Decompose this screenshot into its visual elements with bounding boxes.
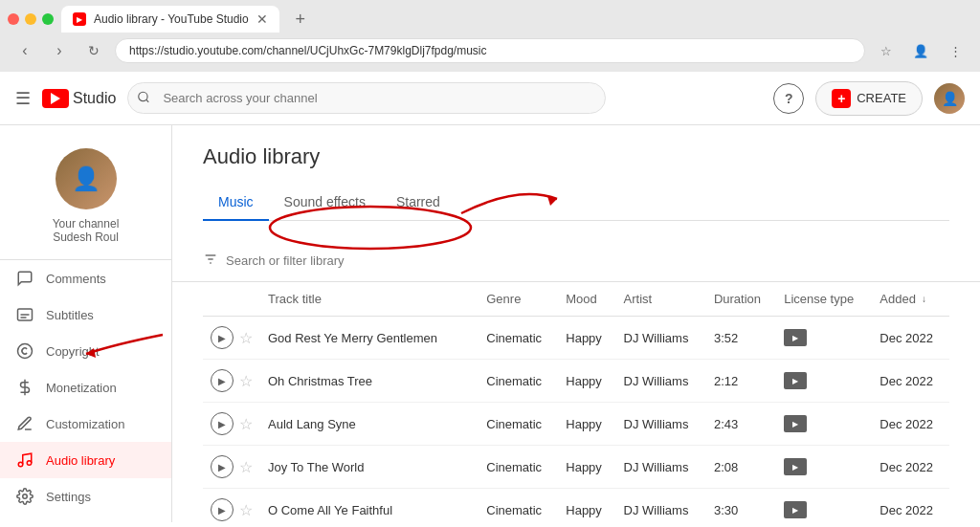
sidebar-item-monetization[interactable]: Monetization xyxy=(0,369,171,406)
tab-music[interactable]: Music xyxy=(203,185,269,221)
content-inner: Audio library Music Sound effects Starre… xyxy=(172,125,980,240)
table-body: ▶ ☆ God Rest Ye Merry Gentlemen Cinemati… xyxy=(203,317,949,523)
license-icon[interactable] xyxy=(784,372,807,389)
bookmark-button[interactable]: ☆ xyxy=(873,37,900,64)
help-button[interactable]: ? xyxy=(773,83,804,114)
svg-point-8 xyxy=(27,461,32,466)
sidebar-item-feedback[interactable]: Send feedback xyxy=(0,515,171,522)
settings-icon xyxy=(15,488,34,505)
table-row: ▶ ☆ O Come All Ye Faithful Cinematic Hap… xyxy=(203,489,949,523)
minimize-dot[interactable] xyxy=(25,13,36,25)
hamburger-button[interactable]: ☰ xyxy=(15,88,31,109)
tab-close-icon[interactable]: ✕ xyxy=(256,11,268,27)
reload-button[interactable]: ↻ xyxy=(80,37,107,64)
forward-button[interactable]: › xyxy=(46,37,73,64)
yt-logo[interactable]: Studio xyxy=(42,89,116,108)
track-title-cell: Auld Lang Syne xyxy=(260,403,479,446)
play-button[interactable]: ▶ xyxy=(211,412,234,435)
genre-cell: Cinematic xyxy=(479,360,558,403)
sidebar-item-customization[interactable]: Customization xyxy=(0,406,171,442)
track-title-cell: God Rest Ye Merry Gentlemen xyxy=(260,317,479,360)
browser-chrome: ▶ Audio library - YouTube Studio ✕ + ‹ ›… xyxy=(0,0,980,72)
th-added[interactable]: Added ↓ xyxy=(872,282,949,317)
license-cell xyxy=(776,360,872,403)
sidebar: 👤 Your channel Sudesh Roul Comments Subt… xyxy=(0,125,172,522)
more-button[interactable]: ⋮ xyxy=(942,37,969,64)
license-icon[interactable] xyxy=(784,501,807,518)
mood-cell: Happy xyxy=(558,360,615,403)
browser-tab[interactable]: ▶ Audio library - YouTube Studio ✕ xyxy=(61,6,279,33)
maximize-dot[interactable] xyxy=(42,13,54,25)
filter-icon xyxy=(203,252,218,270)
th-track-title: Track title xyxy=(260,282,479,317)
tab-sound-effects[interactable]: Sound effects xyxy=(269,185,381,221)
search-icon xyxy=(137,90,150,106)
play-button[interactable]: ▶ xyxy=(211,498,234,521)
channel-label: Your channel xyxy=(53,217,120,231)
channel-name: Sudesh Roul xyxy=(53,231,119,244)
play-button[interactable]: ▶ xyxy=(211,455,234,478)
svg-line-1 xyxy=(146,99,149,102)
svg-point-9 xyxy=(23,494,28,499)
track-title-cell: Oh Christmas Tree xyxy=(260,360,479,403)
account-button[interactable]: 👤 xyxy=(907,37,934,64)
artist-cell: DJ Williams xyxy=(616,317,706,360)
sidebar-item-subtitles[interactable]: Subtitles xyxy=(0,296,171,333)
svg-point-5 xyxy=(18,344,33,359)
settings-label: Settings xyxy=(46,490,91,504)
row-actions: ▶ ☆ xyxy=(203,446,260,489)
back-button[interactable]: ‹ xyxy=(11,37,38,64)
main-layout: 👤 Your channel Sudesh Roul Comments Subt… xyxy=(0,125,980,522)
license-icon[interactable] xyxy=(784,329,807,346)
duration-cell: 3:30 xyxy=(706,489,776,523)
sidebar-item-copyright[interactable]: Copyright xyxy=(0,333,171,369)
header-left: ☰ Studio xyxy=(15,88,116,109)
play-button[interactable]: ▶ xyxy=(211,326,234,349)
th-artist: Artist xyxy=(616,282,706,317)
traffic-lights xyxy=(8,13,54,25)
play-button[interactable]: ▶ xyxy=(211,369,234,392)
star-button[interactable]: ☆ xyxy=(239,458,253,476)
duration-cell: 2:08 xyxy=(706,446,776,489)
genre-cell: Cinematic xyxy=(479,403,558,446)
sidebar-item-comments[interactable]: Comments xyxy=(0,260,171,296)
create-button[interactable]: CREATE xyxy=(815,81,923,116)
search-input[interactable] xyxy=(127,82,606,114)
url-text: https://studio.youtube.com/channel/UCjUh… xyxy=(129,44,487,57)
sidebar-item-settings[interactable]: Settings xyxy=(0,478,171,515)
page-title: Audio library xyxy=(203,144,949,169)
filter-bar xyxy=(172,240,980,282)
duration-cell: 3:52 xyxy=(706,317,776,360)
new-tab-button[interactable]: + xyxy=(287,6,314,33)
avatar[interactable]: 👤 xyxy=(934,83,965,114)
table-row: ▶ ☆ God Rest Ye Merry Gentlemen Cinemati… xyxy=(203,317,949,360)
row-actions: ▶ ☆ xyxy=(203,489,260,523)
star-button[interactable]: ☆ xyxy=(239,415,253,433)
address-bar-row: ‹ › ↻ https://studio.youtube.com/channel… xyxy=(0,33,980,72)
star-button[interactable]: ☆ xyxy=(239,501,253,519)
genre-cell: Cinematic xyxy=(479,317,558,360)
copyright-label: Copyright xyxy=(46,344,100,359)
profile-avatar: 👤 xyxy=(56,148,117,209)
app-header: ☰ Studio ? CREATE 👤 xyxy=(0,72,980,125)
license-icon[interactable] xyxy=(784,458,807,475)
star-button[interactable]: ☆ xyxy=(239,329,253,347)
tab-starred[interactable]: Starred xyxy=(381,185,456,221)
close-dot[interactable] xyxy=(8,13,19,25)
track-table-container: Track title Genre Mood Artist xyxy=(172,282,980,522)
filter-input[interactable] xyxy=(226,253,949,268)
license-cell xyxy=(776,317,872,360)
sidebar-item-audio-library[interactable]: Audio library xyxy=(0,442,171,478)
license-icon[interactable] xyxy=(784,415,807,432)
table-row: ▶ ☆ Joy To The World Cinematic Happy DJ … xyxy=(203,446,949,489)
row-actions: ▶ ☆ xyxy=(203,360,260,403)
header-right: ? CREATE 👤 xyxy=(773,81,965,116)
th-genre: Genre xyxy=(479,282,558,317)
artist-cell: DJ Williams xyxy=(616,403,706,446)
audio-library-label: Audio library xyxy=(46,453,115,468)
sort-icon: ↓ xyxy=(922,294,926,304)
address-input[interactable]: https://studio.youtube.com/channel/UCjUh… xyxy=(115,38,865,63)
comments-icon xyxy=(15,270,34,287)
artist-cell: DJ Williams xyxy=(616,489,706,523)
star-button[interactable]: ☆ xyxy=(239,372,253,390)
